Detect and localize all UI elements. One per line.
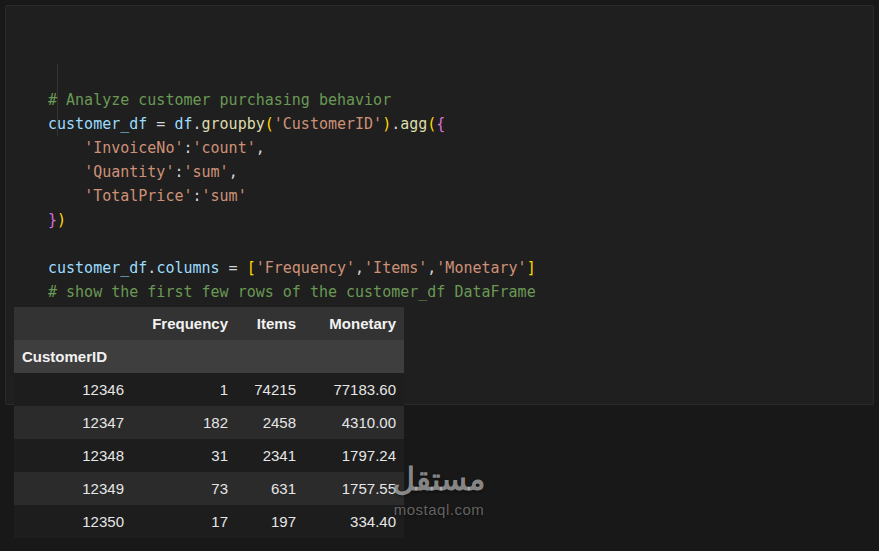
row-index-cell: 12350	[14, 505, 132, 538]
code-token: groupby	[202, 115, 265, 133]
code-token: ,	[229, 163, 238, 181]
code-token: (	[265, 115, 274, 133]
table-cell: 17	[132, 505, 236, 538]
code-token	[48, 163, 84, 181]
code-token: 'CustomerID'	[274, 115, 382, 133]
table-row: 1235017197334.40	[14, 505, 404, 538]
code-token: )	[57, 211, 66, 229]
table-cell: 31	[132, 439, 236, 472]
table-cell: 73	[132, 472, 236, 505]
code-token: [	[247, 259, 256, 277]
code-token: agg	[400, 115, 427, 133]
code-line	[48, 232, 865, 256]
index-name-cell: CustomerID	[14, 340, 132, 373]
table-cell: 182	[132, 406, 236, 439]
code-line: # show the first few rows of the custome…	[48, 280, 865, 304]
code-token: customer_df	[48, 259, 147, 277]
code-token: 'Items'	[364, 259, 427, 277]
code-token: ,	[355, 259, 364, 277]
code-token: =	[220, 259, 247, 277]
code-token: :	[183, 139, 192, 157]
code-line: 'Quantity':'sum',	[48, 160, 865, 184]
table-cell: 1	[132, 373, 236, 406]
code-token: (	[427, 115, 436, 133]
table-cell: 197	[236, 505, 304, 538]
table-cell: 2458	[236, 406, 304, 439]
code-line: customer_df = df.groupby('CustomerID').a…	[48, 112, 865, 136]
table-row: 123483123411797.24	[14, 439, 404, 472]
code-line: 'TotalPrice':'sum'	[48, 184, 865, 208]
row-index-cell: 12349	[14, 472, 132, 505]
column-header: Items	[236, 307, 304, 340]
column-header: Frequency	[132, 307, 236, 340]
table-corner-cell	[14, 307, 132, 340]
code-line: 'InvoiceNo':'count',	[48, 136, 865, 160]
empty-cell	[304, 340, 404, 373]
table-row: 1234718224584310.00	[14, 406, 404, 439]
empty-cell	[132, 340, 236, 373]
table-row: 12349736311757.55	[14, 472, 404, 505]
code-token: )	[382, 115, 391, 133]
code-line: customer_df.columns = ['Frequency','Item…	[48, 256, 865, 280]
code-lines: # Analyze customer purchasing behaviorcu…	[48, 88, 865, 328]
indent-guide	[57, 64, 58, 136]
code-token: # Analyze customer purchasing behavior	[48, 91, 391, 109]
column-header: Monetary	[304, 307, 404, 340]
code-token: {	[436, 115, 445, 133]
table-cell: 2341	[236, 439, 304, 472]
table-cell: 631	[236, 472, 304, 505]
code-token: :	[193, 187, 202, 205]
code-token: 'Quantity'	[84, 163, 174, 181]
code-token: 'TotalPrice'	[84, 187, 192, 205]
table-row: 1234617421577183.60	[14, 373, 404, 406]
table-cell: 74215	[236, 373, 304, 406]
code-token	[48, 139, 84, 157]
table-cell: 77183.60	[304, 373, 404, 406]
code-token: 'sum'	[183, 163, 228, 181]
code-token	[48, 187, 84, 205]
empty-cell	[236, 340, 304, 373]
table-cell: 1757.55	[304, 472, 404, 505]
row-index-cell: 12346	[14, 373, 132, 406]
code-token: 'sum'	[202, 187, 247, 205]
code-token: 'Frequency'	[256, 259, 355, 277]
code-token: 'Monetary'	[436, 259, 526, 277]
code-token: 'InvoiceNo'	[84, 139, 183, 157]
code-token: ,	[256, 139, 265, 157]
code-token: ]	[527, 259, 536, 277]
code-token: }	[48, 211, 57, 229]
index-name-row: CustomerID	[14, 340, 404, 373]
code-token: df	[174, 115, 192, 133]
code-token: .	[391, 115, 400, 133]
code-token: # show the first few rows of the custome…	[48, 283, 536, 301]
code-token: =	[147, 115, 174, 133]
output-table: FrequencyItemsMonetaryCustomerID12346174…	[14, 307, 404, 538]
table-header-row: FrequencyItemsMonetary	[14, 307, 404, 340]
table-cell: 1797.24	[304, 439, 404, 472]
code-token: ,	[427, 259, 436, 277]
code-line: # Analyze customer purchasing behavior	[48, 88, 865, 112]
row-index-cell: 12348	[14, 439, 132, 472]
code-token: customer_df	[48, 115, 147, 133]
row-index-cell: 12347	[14, 406, 132, 439]
code-token: .	[193, 115, 202, 133]
table-cell: 334.40	[304, 505, 404, 538]
cell-output-area: FrequencyItemsMonetaryCustomerID12346174…	[14, 307, 404, 538]
code-token: columns	[156, 259, 219, 277]
code-line: })	[48, 208, 865, 232]
table-cell: 4310.00	[304, 406, 404, 439]
code-token: 'count'	[193, 139, 256, 157]
